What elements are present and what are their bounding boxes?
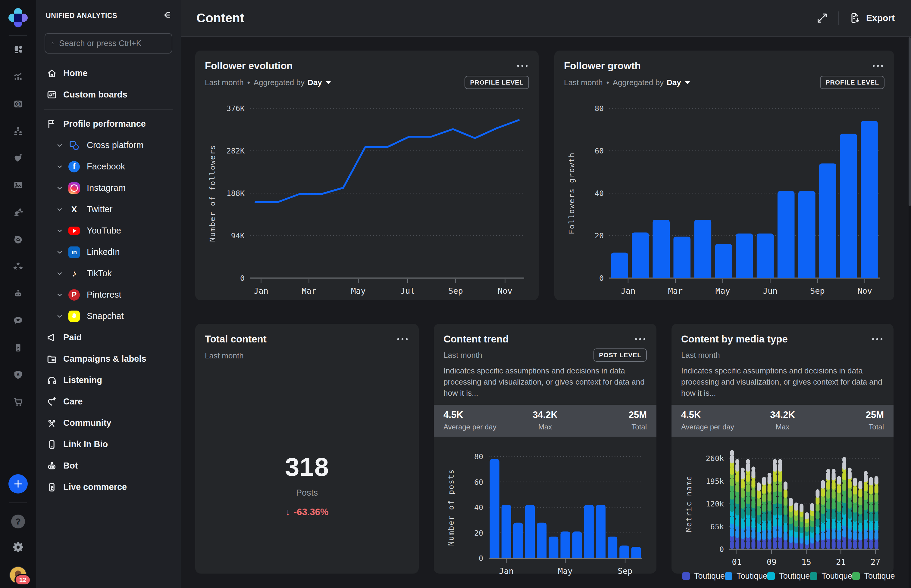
more-menu-icon[interactable] [871,64,885,68]
rail-divider [9,35,27,36]
twitter-x-icon: X [68,204,80,215]
legend-item[interactable]: Toutique [810,572,852,581]
people-group-icon[interactable] [12,125,24,137]
more-menu-icon[interactable] [634,337,647,341]
card-description: Indicates specific assumptions and decis… [681,365,884,399]
svg-text:195k: 195k [706,477,724,485]
profile-level-badge: PROFILE LEVEL [820,76,885,89]
chart-trend-icon[interactable] [12,71,24,82]
svg-text:0: 0 [599,274,604,283]
sidebar-item-bot[interactable]: Bot [44,455,173,477]
chevron-down-icon[interactable] [56,313,63,320]
icon-rail: 31 A ? 12 [0,0,36,588]
search-bar[interactable] [45,33,172,53]
legend-item[interactable]: Toutique [852,572,895,581]
aggregation-day-dropdown[interactable]: Day [667,78,690,87]
more-menu-icon[interactable] [396,337,409,341]
legend-item[interactable]: Toutique [682,572,725,581]
sidebar-item-custom-boards[interactable]: Custom boards [44,84,173,105]
page-title: Content [196,11,244,25]
grid-blocks-icon[interactable] [12,44,24,55]
sidebar-item-label: YouTube [87,226,121,236]
scrollbar-thumb[interactable] [909,37,911,206]
card-title: Content by media type [681,333,788,345]
export-label: Export [866,13,895,23]
calendar-31-icon[interactable]: 31 [12,98,24,110]
svg-text:Mar: Mar [302,286,316,296]
collapse-sidebar-icon[interactable] [161,10,171,21]
legend-label: Toutique [694,572,725,581]
svg-text:21: 21 [836,557,846,567]
sidebar-item-youtube[interactable]: YouTube [44,220,173,241]
sidebar-item-paid[interactable]: Paid [44,327,173,348]
svg-text:01: 01 [732,557,742,567]
sidebar-item-cross-platform[interactable]: Cross platform [44,134,173,156]
separator: • [247,78,250,87]
stat-label: Total [816,423,884,431]
chevron-down-icon[interactable] [56,206,63,213]
scrollbar[interactable] [909,37,911,588]
svg-text:20: 20 [474,528,483,537]
sidebar-item-live-commerce[interactable]: Live commerce [44,477,173,498]
stats-band: 4.5KAverage per day 34.2KMax 25MTotal [434,405,657,437]
rail-icon-stack: 31 A [12,44,24,407]
image-media-icon[interactable] [12,179,24,191]
sidebar-item-tiktok[interactable]: ♪ TikTok [44,263,173,284]
more-menu-icon[interactable] [870,337,884,341]
help-icon[interactable]: ? [11,515,25,528]
create-plus-button[interactable] [8,474,28,494]
heart-plus-icon[interactable] [12,152,24,164]
robot-icon[interactable] [12,288,24,299]
person-network-icon[interactable] [12,207,24,218]
sidebar-item-campaigns-labels[interactable]: Campaigns & labels [44,348,173,370]
sidebar-item-link-in-bio[interactable]: Link In Bio [44,434,173,455]
sidebar-item-label: Twitter [87,204,112,214]
svg-text:282K: 282K [227,147,245,155]
chevron-down-icon[interactable] [56,291,63,299]
user-avatar[interactable]: 12 [9,566,27,584]
sidebar-item-profile-performance[interactable]: Profile performance [44,113,173,134]
sidebar-item-community[interactable]: Community [44,412,173,434]
sidebar-item-label: Listening [63,375,102,385]
chevron-down-icon[interactable] [56,270,63,277]
follower-evolution-chart: 094K188K282K376KJanMarMayJulSepNovNumber… [205,90,529,298]
donut-person-icon[interactable] [12,234,24,245]
sidebar-item-facebook[interactable]: f Facebook [44,156,173,177]
more-menu-icon[interactable] [516,64,529,68]
sidebar-item-pinterest[interactable]: P Pinterest [44,284,173,305]
chevron-down-icon[interactable] [56,249,63,256]
chevron-down-icon[interactable] [56,142,63,149]
three-stars-icon[interactable] [12,261,24,272]
chevron-down-icon[interactable] [56,163,63,170]
chat-star-icon[interactable] [12,315,24,326]
sidebar-item-home[interactable]: Home [44,63,173,84]
search-input[interactable] [59,39,166,48]
rail-bottom: ? 12 [0,474,36,584]
sidebar-item-twitter[interactable]: X Twitter [44,199,173,220]
expand-icon[interactable] [816,12,828,24]
sidebar-item-instagram[interactable]: Instagram [44,177,173,199]
settings-gear-icon[interactable] [11,540,25,555]
sidebar-item-care[interactable]: Care [44,391,173,412]
chevron-down-icon[interactable] [56,227,63,234]
period-label: Last month [681,351,720,360]
content-media-type-chart: 065k120k195k260k0109152127Metric name [681,437,884,569]
sidebar-item-label: Community [63,418,112,428]
legend-item[interactable]: Toutique [725,572,767,581]
sidebar-item-snapchat[interactable]: Snapchat [44,305,173,327]
card-total-content: Total content Last month 318 Posts ↓ -63… [195,324,419,573]
legend-item[interactable]: Toutique [767,572,810,581]
stat-value: 34.2K [511,410,579,420]
phone-play-icon[interactable] [12,342,24,353]
stat-value: 4.5K [443,410,511,420]
shield-a-icon[interactable]: A [12,369,24,380]
sidebar-item-linkedin[interactable]: in LinkedIn [44,241,173,263]
shopping-cart-icon[interactable] [12,396,24,407]
heart-plus-icon [46,396,57,407]
export-button[interactable]: Export [849,12,895,24]
aggregation-day-dropdown[interactable]: Day [308,78,331,87]
rail-bottom-divider [9,502,27,503]
svg-text:09: 09 [767,557,776,567]
chevron-down-icon[interactable] [56,184,63,192]
sidebar-item-listening[interactable]: Listening [44,370,173,391]
